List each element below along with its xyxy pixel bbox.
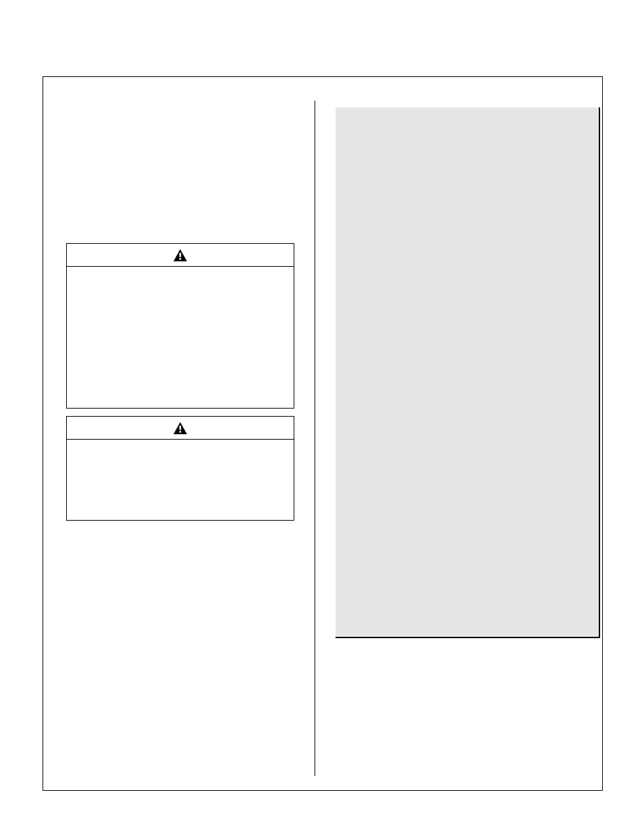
shaded-sidebar-box xyxy=(336,107,600,638)
warning-header-1 xyxy=(67,244,294,267)
alert-triangle-icon xyxy=(173,249,188,262)
alert-triangle-icon xyxy=(173,421,188,435)
svg-rect-2 xyxy=(180,425,182,429)
document-page xyxy=(43,76,603,791)
column-divider xyxy=(315,101,315,776)
warning-box-2 xyxy=(66,416,294,521)
svg-rect-1 xyxy=(180,258,182,260)
svg-rect-0 xyxy=(180,253,182,257)
warning-header-2 xyxy=(67,417,294,440)
svg-rect-3 xyxy=(180,431,182,433)
warning-box-1 xyxy=(66,243,294,409)
